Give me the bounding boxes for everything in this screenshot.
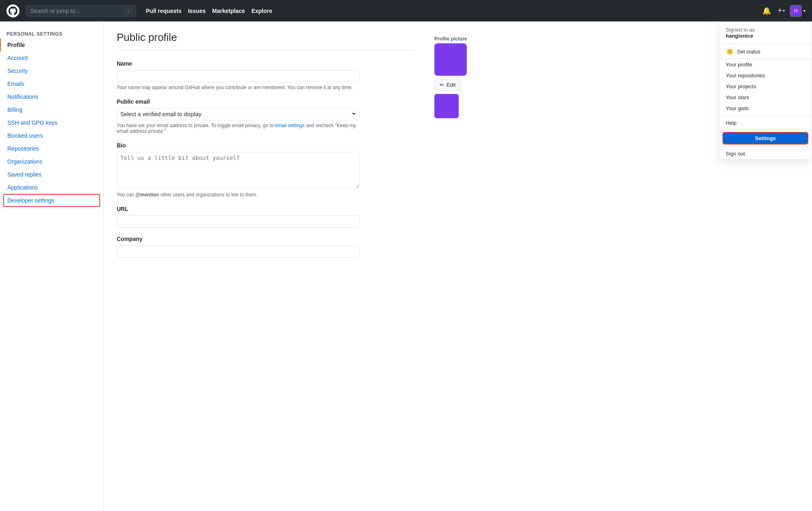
bio-label: Bio bbox=[117, 142, 415, 149]
new-item-button[interactable]: + ▾ bbox=[776, 5, 786, 17]
company-group: Company bbox=[117, 236, 415, 258]
url-input[interactable] bbox=[117, 215, 360, 228]
user-avatar: H bbox=[790, 5, 802, 17]
dropdown-divider-1 bbox=[719, 115, 812, 116]
plus-dropdown-icon: ▾ bbox=[783, 9, 785, 13]
profile-picture-small bbox=[434, 94, 459, 118]
sidebar-item-security[interactable]: Security bbox=[0, 64, 103, 77]
sidebar-item-blocked-users[interactable]: Blocked users bbox=[0, 129, 103, 142]
github-logo-icon bbox=[9, 6, 17, 15]
sidebar-title: Personal settings bbox=[0, 28, 103, 38]
dropdown-divider-3 bbox=[719, 146, 812, 147]
nav-explore[interactable]: Explore bbox=[251, 8, 272, 14]
url-group: URL bbox=[117, 206, 415, 228]
bio-textarea[interactable] bbox=[117, 152, 360, 188]
search-bar[interactable]: Search or jump to... / bbox=[26, 5, 136, 17]
dropdown-divider-2 bbox=[719, 130, 812, 130]
main-content: Public profile Name Your name may appear… bbox=[104, 21, 428, 511]
dropdown-username: hangisnice bbox=[726, 33, 805, 39]
set-status-label: Set status bbox=[737, 49, 761, 55]
your-profile-link[interactable]: Your profile bbox=[719, 59, 812, 70]
public-email-select[interactable]: Select a verified email to display bbox=[117, 108, 360, 120]
profile-pic-label: Profile picture bbox=[434, 36, 527, 42]
profile-picture-large bbox=[434, 43, 467, 76]
user-dropdown: Signed in as hangisnice 🙂 Set status You… bbox=[719, 21, 812, 160]
edit-profile-pic-button[interactable]: ✏ Edit bbox=[434, 79, 461, 91]
bio-help: You can @mention other users and organiz… bbox=[117, 192, 360, 198]
dropdown-header: Signed in as hangisnice bbox=[719, 22, 812, 44]
sidebar-item-emails[interactable]: Emails bbox=[0, 77, 103, 90]
your-projects-link[interactable]: Your projects bbox=[719, 81, 812, 92]
github-logo[interactable] bbox=[6, 4, 19, 17]
sidebar-item-repositories[interactable]: Repositories bbox=[0, 142, 103, 155]
public-email-help: You have set your email address to priva… bbox=[117, 123, 360, 134]
sidebar-item-saved-replies[interactable]: Saved replies bbox=[0, 168, 103, 181]
sidebar-item-applications[interactable]: Applications bbox=[0, 181, 103, 194]
help-link[interactable]: Help bbox=[719, 117, 812, 128]
plus-icon: + bbox=[778, 6, 782, 15]
dropdown-menu-section-1: Your profile Your repositories Your proj… bbox=[719, 59, 812, 114]
name-input[interactable] bbox=[117, 70, 360, 82]
your-stars-link[interactable]: Your stars bbox=[719, 92, 812, 103]
nav-pull-requests[interactable]: Pull requests bbox=[146, 8, 182, 14]
name-group: Name Your name may appear around GitHub … bbox=[117, 60, 415, 90]
public-email-label: Public email bbox=[117, 98, 415, 105]
user-menu-trigger[interactable]: H ▾ bbox=[790, 5, 806, 17]
public-email-group: Public email Select a verified email to … bbox=[117, 98, 415, 134]
page-title: Public profile bbox=[117, 31, 415, 51]
edit-icon: ✏ bbox=[440, 82, 444, 88]
email-settings-link[interactable]: email settings bbox=[275, 123, 305, 128]
avatar-initial: H bbox=[794, 8, 798, 14]
sidebar-item-account[interactable]: Account bbox=[0, 51, 103, 64]
header: Search or jump to... / Pull requests Iss… bbox=[0, 0, 812, 21]
sidebar-item-notifications[interactable]: Notifications bbox=[0, 90, 103, 103]
signed-in-label: Signed in as bbox=[726, 27, 805, 33]
sidebar-item-billing[interactable]: Billing bbox=[0, 103, 103, 116]
sidebar-item-ssh-gpg[interactable]: SSH and GPG keys bbox=[0, 116, 103, 129]
sign-out-link[interactable]: Sign out bbox=[719, 148, 812, 159]
your-gists-link[interactable]: Your gists bbox=[719, 103, 812, 114]
page-layout: Personal settings Profile Account Securi… bbox=[0, 21, 812, 511]
name-label: Name bbox=[117, 60, 415, 67]
sidebar-item-organizations[interactable]: Organizations bbox=[0, 155, 103, 168]
email-help-text-1: You have set your email address to priva… bbox=[117, 123, 275, 128]
smiley-icon: 🙂 bbox=[726, 47, 734, 55]
avatar-dropdown-icon: ▾ bbox=[803, 9, 806, 13]
search-placeholder-text: Search or jump to... bbox=[30, 8, 80, 14]
bio-group: Bio You can @mention other users and org… bbox=[117, 142, 415, 198]
right-panel: Profile picture ✏ Edit bbox=[428, 21, 533, 511]
set-status-item[interactable]: 🙂 Set status bbox=[719, 44, 812, 59]
your-repositories-link[interactable]: Your repositories bbox=[719, 70, 812, 81]
settings-button[interactable]: Settings bbox=[722, 132, 808, 145]
company-input[interactable] bbox=[117, 245, 360, 258]
nav-marketplace[interactable]: Marketplace bbox=[212, 8, 245, 14]
search-kbd: / bbox=[126, 8, 132, 14]
main-nav: Pull requests Issues Marketplace Explore bbox=[146, 8, 272, 14]
sidebar-item-developer-settings[interactable]: Developer settings bbox=[3, 194, 100, 207]
nav-issues[interactable]: Issues bbox=[188, 8, 206, 14]
header-right: 🔔 + ▾ H ▾ bbox=[761, 5, 806, 17]
bell-icon: 🔔 bbox=[762, 6, 771, 15]
url-label: URL bbox=[117, 206, 415, 212]
notifications-button[interactable]: 🔔 bbox=[761, 5, 773, 17]
name-help: Your name may appear around GitHub where… bbox=[117, 85, 360, 90]
sidebar-item-profile[interactable]: Profile bbox=[0, 38, 103, 51]
company-label: Company bbox=[117, 236, 415, 242]
sidebar: Personal settings Profile Account Securi… bbox=[0, 21, 104, 511]
edit-label: Edit bbox=[447, 82, 455, 88]
